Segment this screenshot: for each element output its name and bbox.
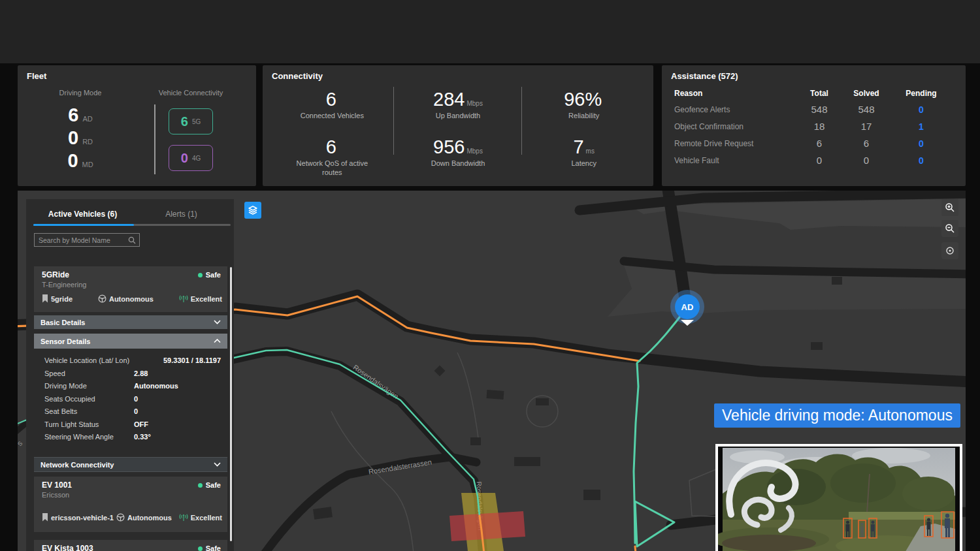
col-reason: Reason <box>674 89 796 98</box>
marker-pointer <box>681 320 694 326</box>
sensor-row-steering-angle: Steering Wheel Angle 0.33° <box>34 431 227 444</box>
badge-4g: 0 4G <box>169 145 213 171</box>
vehicle-tag-label: 5gride <box>51 295 73 303</box>
section-label: Basic Details <box>41 319 85 326</box>
md-count-label: MD <box>82 161 93 168</box>
vehicle-meta-row: 5gride Autonomous E <box>42 294 222 303</box>
stat-unit: Mbps <box>466 148 482 155</box>
status-badge: Safe <box>198 481 221 489</box>
rd-count-value: 0 <box>68 127 78 149</box>
camera-feed-image <box>718 447 960 551</box>
row-solved: 0 <box>843 155 890 166</box>
fleet-rd-count: 0 RD <box>41 127 120 149</box>
sensor-label: Turn Light Status <box>44 420 99 428</box>
stat-value: 6 <box>326 89 336 110</box>
vehicle-marker-ad[interactable]: AD <box>670 290 704 330</box>
zoom-in-icon <box>945 202 955 213</box>
sensor-label: Speed <box>44 370 65 377</box>
street-label-partial: S <box>18 440 24 447</box>
fleet-panel: Fleet Driving Mode Vehicle Connectivity … <box>18 65 256 186</box>
stat-label: Network QoS of active routes <box>288 159 376 178</box>
vehicle-card-5gride[interactable]: 5GRide Safe T-Engineering 5gride Autonom <box>34 266 227 312</box>
stat-down-bandwidth: 956Mbps Down Bandwidth <box>395 133 521 180</box>
stat-label: Down Bandwidth <box>414 159 502 168</box>
stat-value: 284 <box>433 89 465 110</box>
sensor-value: 0 <box>134 407 138 415</box>
status-badge: Safe <box>198 544 221 551</box>
stat-label: Reliability <box>540 111 628 120</box>
vehicle-name: EV Kista 1003 <box>42 544 93 551</box>
layers-button[interactable] <box>244 202 261 219</box>
vehicle-signal: Excellent <box>179 514 222 522</box>
sensor-value: 0.33° <box>134 433 151 441</box>
zoom-in-button[interactable] <box>941 199 958 216</box>
route-teal-vehicle <box>234 350 480 516</box>
sensor-row-location: Vehicle Location (Lat/ Lon) 59.3301 / 18… <box>34 354 227 368</box>
ad-count-label: AD <box>82 115 92 123</box>
steering-wheel-icon <box>116 513 125 522</box>
vehicle-card-evkista1003[interactable]: EV Kista 1003 Safe <box>34 540 227 551</box>
col-total: Total <box>796 89 843 98</box>
sensor-row-turn-light: Turn Light Status OFF <box>34 418 227 432</box>
vehicle-signal: Excellent <box>179 295 222 303</box>
stat-label: Latency <box>540 159 628 168</box>
top-bar <box>0 0 980 63</box>
row-total: 6 <box>796 138 843 149</box>
tab-active-vehicles[interactable]: Active Vehicles (6) <box>33 207 132 221</box>
driving-mode-label: Driving Mode <box>41 89 120 97</box>
chevron-down-icon <box>214 462 221 467</box>
sidebar-tabs: Active Vehicles (6) Alerts (1) <box>33 207 231 221</box>
row-total: 18 <box>796 121 843 132</box>
route-teal-ad <box>634 307 687 543</box>
fleet-md-count: 0 MD <box>41 150 120 172</box>
camera-feed-card <box>715 444 962 551</box>
section-sensor-details[interactable]: Sensor Details <box>34 334 227 349</box>
md-count-value: 0 <box>67 150 78 172</box>
scrollbar-thumb[interactable] <box>230 267 232 541</box>
row-pending: 0 <box>890 104 953 115</box>
section-label: Sensor Details <box>41 338 90 345</box>
tab-alerts[interactable]: Alerts (1) <box>132 207 231 221</box>
fleet-divider <box>154 104 155 174</box>
assistance-panel: Assistance (572) Reason Total Solved Pen… <box>662 65 966 186</box>
vehicle-maker: Ericsson <box>42 491 69 499</box>
stat-value: 956 <box>433 136 465 157</box>
safe-dot-icon <box>198 546 203 551</box>
stat-label: Connected Vehicles <box>288 111 376 120</box>
stat-up-bandwidth: 284Mbps Up Bandwidth <box>395 85 521 133</box>
bookmark-icon <box>42 294 48 303</box>
vehicle-tag: ericsson-vehicle-1 <box>42 513 114 522</box>
badge-5g-value: 6 <box>181 114 188 129</box>
vehicle-name: EV 1001 <box>42 480 72 490</box>
row-pending: 1 <box>890 121 953 132</box>
sensor-label: Vehicle Location (Lat/ Lon) <box>44 356 129 364</box>
section-network-connectivity[interactable]: Network Connectivity <box>34 457 227 472</box>
layers-icon <box>248 205 258 215</box>
antenna-signal-icon <box>179 514 188 522</box>
sensor-label: Seats Occupied <box>44 395 95 403</box>
section-label: Network Connectivity <box>41 461 114 469</box>
search-input[interactable] <box>35 236 128 244</box>
chevron-up-icon <box>214 339 221 343</box>
stat-connected-vehicles: 6 Connected Vehicles <box>269 85 395 133</box>
row-reason: Remote Drive Request <box>674 139 796 148</box>
recenter-button[interactable] <box>941 242 958 259</box>
vehicle-card-ev1001[interactable]: EV 1001 Safe Ericsson ericsson-vehicle-1… <box>34 477 227 532</box>
vehicle-signal-label: Excellent <box>191 514 222 522</box>
sensor-label: Steering Wheel Angle <box>44 433 114 441</box>
vehicle-maker: T-Engineering <box>42 281 87 289</box>
stat-unit: ms <box>586 148 595 155</box>
status-label: Safe <box>206 544 221 551</box>
section-basic-details[interactable]: Basic Details <box>34 315 227 329</box>
connectivity-grid: 6 Connected Vehicles 284Mbps Up Bandwidt… <box>269 85 647 180</box>
vehicle-connectivity-label: Vehicle Connectivity <box>142 89 240 97</box>
route-orange-tail <box>635 546 636 551</box>
fleet-title: Fleet <box>27 71 46 81</box>
zoom-out-icon <box>945 223 955 234</box>
row-reason: Object Confirmation <box>674 122 796 131</box>
zoom-out-button[interactable] <box>941 220 958 237</box>
stat-label: Up Bandwidth <box>414 111 502 120</box>
safe-dot-icon <box>198 273 203 277</box>
sensor-value: Autonomous <box>134 382 178 390</box>
marker-core: AD <box>675 294 700 319</box>
